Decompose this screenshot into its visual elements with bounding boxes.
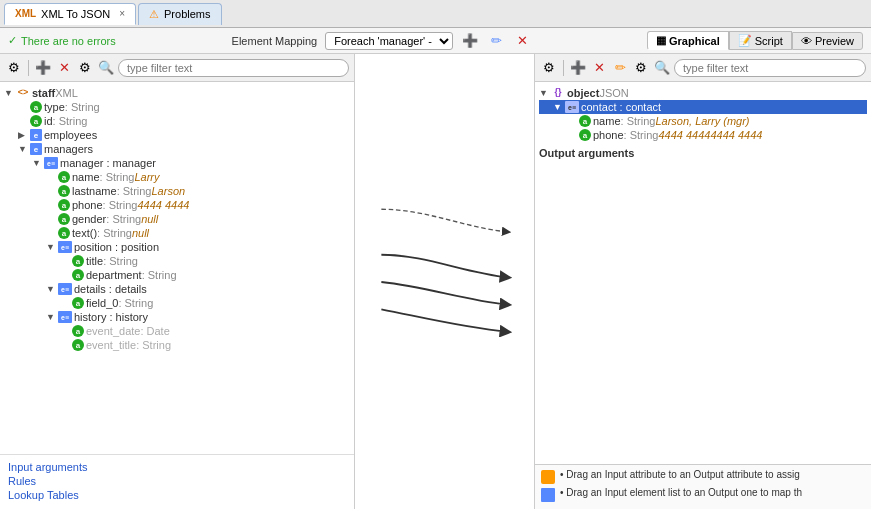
tree-node-id[interactable]: a id : String xyxy=(4,114,350,128)
bottom-links: Input arguments Rules Lookup Tables xyxy=(0,454,354,509)
expand-manager[interactable]: ▼ xyxy=(32,158,44,168)
element-list-icon-details: e≡ xyxy=(58,283,72,295)
right-config-btn[interactable]: ⚙ xyxy=(632,59,650,77)
hint-icon-blue xyxy=(541,488,555,502)
right-edit-btn[interactable]: ✏ xyxy=(611,59,629,77)
tree-node-gender[interactable]: a gender : String null xyxy=(4,212,350,226)
tab-script[interactable]: 📝 Script xyxy=(729,31,792,50)
attr-icon-out-name: a xyxy=(579,115,591,127)
tree-node-name[interactable]: a name : String Larry xyxy=(4,170,350,184)
left-panel: ⚙ ➕ ✕ ⚙ 🔍 ▼ <> staff XML a type : Strin xyxy=(0,54,355,509)
element-mapping-label: Element Mapping xyxy=(232,35,318,47)
mapping-arrows xyxy=(365,182,525,382)
status-ok: ✓ There are no errors xyxy=(8,34,116,47)
output-args-label: Output arguments xyxy=(539,146,867,160)
preview-label: Preview xyxy=(815,35,854,47)
check-icon: ✓ xyxy=(8,34,17,47)
tree-node-employees[interactable]: ▶ e employees xyxy=(4,128,350,142)
tree-node-phone[interactable]: a phone : String 4444 4444 xyxy=(4,198,350,212)
tab-xml-to-json[interactable]: XML XML To JSON × xyxy=(4,3,136,25)
element-list-icon-position: e≡ xyxy=(58,241,72,253)
element-list-icon-manager: e≡ xyxy=(44,157,58,169)
attr-icon-eventdate: a xyxy=(72,325,84,337)
preview-icon: 👁 xyxy=(801,35,812,47)
expand-managers[interactable]: ▼ xyxy=(18,144,30,154)
attr-icon: a xyxy=(30,101,42,113)
tree-node-managers[interactable]: ▼ e managers xyxy=(4,142,350,156)
tree-node-title[interactable]: a title : String xyxy=(4,254,350,268)
expand-details[interactable]: ▼ xyxy=(46,284,58,294)
expand-position[interactable]: ▼ xyxy=(46,242,58,252)
attr-icon-department: a xyxy=(72,269,84,281)
tree-node-event-title[interactable]: a event_title : String xyxy=(4,338,350,352)
attr-icon-out-phone: a xyxy=(579,129,591,141)
link-input-args[interactable]: Input arguments xyxy=(8,461,346,473)
tab-problems[interactable]: ⚠ Problems xyxy=(138,3,221,25)
tree-node-type[interactable]: a type : String xyxy=(4,100,350,114)
script-icon: 📝 xyxy=(738,34,752,47)
xml-icon: XML xyxy=(15,8,36,19)
tree-node-out-phone[interactable]: a phone : String 4444 44444444 4444 xyxy=(539,128,867,142)
hints-area: • Drag an Input attribute to an Output a… xyxy=(535,464,871,509)
xml-node-icon: <> xyxy=(16,87,30,99)
left-delete-btn[interactable]: ✕ xyxy=(55,59,73,77)
tree-node-details[interactable]: ▼ e≡ details : details xyxy=(4,282,350,296)
attr-icon-id: a xyxy=(30,115,42,127)
left-settings-btn[interactable]: ⚙ xyxy=(5,59,23,77)
right-add-btn[interactable]: ➕ xyxy=(569,59,587,77)
tree-node-event-date[interactable]: a event_date : Date xyxy=(4,324,350,338)
left-search-btn[interactable]: 🔍 xyxy=(97,59,115,77)
left-search-input[interactable] xyxy=(118,59,349,77)
view-tabs: ▦ Graphical 📝 Script 👁 Preview xyxy=(647,31,863,50)
expand-object[interactable]: ▼ xyxy=(539,88,551,98)
tree-node-position[interactable]: ▼ e≡ position : position xyxy=(4,240,350,254)
tree-node-text[interactable]: a text() : String null xyxy=(4,226,350,240)
right-search-btn[interactable]: 🔍 xyxy=(653,59,671,77)
delete-mapping-button[interactable]: ✕ xyxy=(513,32,531,50)
right-search-input[interactable] xyxy=(674,59,866,77)
attr-icon-textval: a xyxy=(58,227,70,239)
script-label: Script xyxy=(755,35,783,47)
link-lookup-tables[interactable]: Lookup Tables xyxy=(8,489,346,501)
tab-xml-label: XML To JSON xyxy=(41,8,110,20)
element-mapping-select[interactable]: Foreach 'manager' - xyxy=(325,32,453,50)
right-settings-btn[interactable]: ⚙ xyxy=(540,59,558,77)
tree-node-staff[interactable]: ▼ <> staff XML xyxy=(4,86,350,100)
left-config-btn[interactable]: ⚙ xyxy=(76,59,94,77)
right-panel: ⚙ ➕ ✕ ✏ ⚙ 🔍 ▼ {} object JSON ▼ e≡ contac… xyxy=(535,54,871,509)
tab-graphical[interactable]: ▦ Graphical xyxy=(647,31,729,50)
right-delete-btn[interactable]: ✕ xyxy=(590,59,608,77)
expand-employees[interactable]: ▶ xyxy=(18,130,30,140)
tab-preview[interactable]: 👁 Preview xyxy=(792,32,863,50)
tree-node-contact[interactable]: ▼ e≡ contact : contact xyxy=(539,100,867,114)
hint-text-1: • Drag an Input attribute to an Output a… xyxy=(560,469,800,480)
tree-node-field0[interactable]: a field_0 : String xyxy=(4,296,350,310)
tree-node-history[interactable]: ▼ e≡ history : history xyxy=(4,310,350,324)
hint-row-2: • Drag an Input element list to an Outpu… xyxy=(541,487,865,502)
element-icon-managers: e xyxy=(30,143,42,155)
tree-node-department[interactable]: a department : String xyxy=(4,268,350,282)
add-mapping-button[interactable]: ➕ xyxy=(461,32,479,50)
tree-node-lastname[interactable]: a lastname : String Larson xyxy=(4,184,350,198)
tree-node-out-name[interactable]: a name : String Larson, Larry (mgr) xyxy=(539,114,867,128)
status-message: There are no errors xyxy=(21,35,116,47)
sep2 xyxy=(563,60,564,76)
link-rules[interactable]: Rules xyxy=(8,475,346,487)
tree-node-object[interactable]: ▼ {} object JSON xyxy=(539,86,867,100)
attr-icon-phone: a xyxy=(58,199,70,211)
expand-history[interactable]: ▼ xyxy=(46,312,58,322)
tab-problems-label: Problems xyxy=(164,8,210,20)
element-list-icon-history: e≡ xyxy=(58,311,72,323)
expand-contact[interactable]: ▼ xyxy=(553,102,565,112)
right-toolbar: ⚙ ➕ ✕ ✏ ⚙ 🔍 xyxy=(535,54,871,82)
left-tree: ▼ <> staff XML a type : String a id : St… xyxy=(0,82,354,454)
expand-staff[interactable]: ▼ xyxy=(4,88,16,98)
edit-mapping-button[interactable]: ✏ xyxy=(487,32,505,50)
tree-node-manager[interactable]: ▼ e≡ manager : manager xyxy=(4,156,350,170)
element-icon-employees: e xyxy=(30,129,42,141)
left-add-btn[interactable]: ➕ xyxy=(34,59,52,77)
right-tree: ▼ {} object JSON ▼ e≡ contact : contact … xyxy=(535,82,871,464)
attr-icon-title: a xyxy=(72,255,84,267)
tab-close-xml[interactable]: × xyxy=(119,8,125,19)
hint-icon-orange xyxy=(541,470,555,484)
